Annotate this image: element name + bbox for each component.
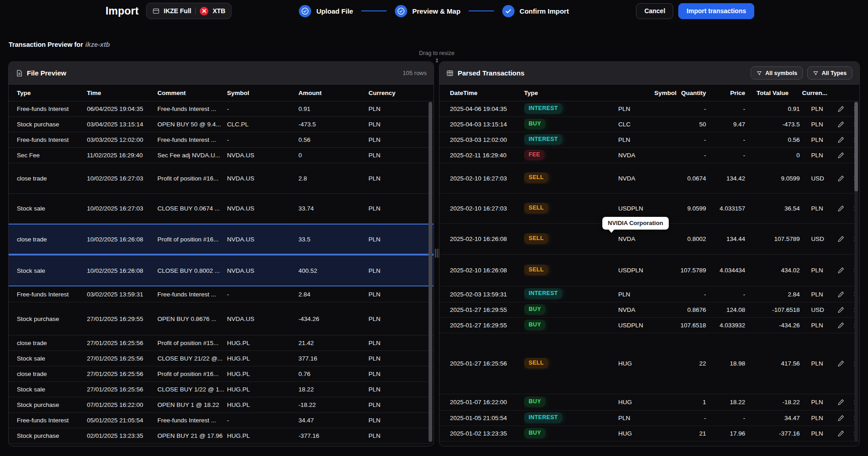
column-header: Quantity — [679, 90, 708, 96]
pencil-icon — [838, 205, 844, 212]
cell-amount: 18.22 — [298, 386, 368, 393]
cell-type: Stock purchase — [17, 121, 87, 128]
type-badge: BUY — [524, 320, 545, 330]
parsed-row[interactable]: 2025-04-03 13:15:14 BUY CLC 50 9.47 -473… — [439, 117, 859, 132]
edit-row-button[interactable] — [838, 267, 844, 274]
parsed-row[interactable]: 2025-01-05 21:05:54 INTEREST PLN - - 34.… — [439, 411, 859, 426]
edit-row-button[interactable] — [838, 360, 844, 367]
cell-type: Stock sale — [17, 205, 87, 212]
cell-symbol: HUG.PL — [227, 355, 298, 362]
file-row[interactable]: Sec Fee 11/02/2025 16:29:40 Sec Fee adj … — [9, 148, 434, 163]
file-row[interactable]: Stock purchase 02/01/2025 13:23:35 OPEN … — [9, 428, 434, 444]
column-header: Currency — [368, 90, 434, 96]
stepper-step[interactable]: Upload File — [299, 5, 395, 17]
edit-row-button[interactable] — [838, 291, 844, 298]
stepper-step[interactable]: Preview & Map — [395, 5, 502, 17]
cell-type: Stock purchase — [17, 432, 87, 439]
file-row[interactable]: Free-funds Interest 05/01/2025 21:05:54 … — [9, 413, 434, 428]
parsed-row[interactable]: 2025-01-27 16:29:55 BUY NVDA 0.8676 124.… — [439, 302, 859, 318]
parsed-row[interactable]: 2025-04-06 19:04:35 INTEREST PLN - - 0.9… — [439, 101, 859, 117]
pencil-icon — [838, 322, 844, 329]
cell-quantity: - — [679, 136, 708, 143]
cell-symbol: NVDA.US — [227, 175, 298, 182]
cell-symbol: NVDA — [618, 152, 679, 159]
cell-amount: -473.5 — [298, 121, 368, 128]
edit-row-button[interactable] — [838, 105, 844, 112]
edit-row-button[interactable] — [838, 121, 844, 128]
cell-comment: CLOSE BUY 1/22 @ 1... — [157, 386, 227, 393]
cell-currency: PLN — [802, 399, 834, 406]
parsed-row[interactable]: 2025-01-02 13:23:35 BUY HUG 21 17.96 -37… — [439, 426, 859, 441]
parsed-row[interactable]: 2025-02-03 13:59:31 INTEREST PLN - - 2.8… — [439, 286, 859, 302]
cell-datetime: 2025-02-03 13:59:31 — [450, 291, 524, 298]
type-badge: INTEREST — [524, 412, 562, 423]
parsed-scrollbar-thumb[interactable] — [854, 102, 858, 191]
stepper-step[interactable]: Confirm Import — [502, 5, 569, 17]
cell-symbol: NVDA.US — [227, 152, 298, 159]
file-row[interactable]: close trade 10/02/2025 16:26:08 Profit o… — [9, 224, 434, 255]
cell-type: close trade — [17, 236, 87, 243]
import-transactions-button[interactable]: Import transactions — [678, 3, 754, 19]
file-row[interactable]: Stock purchase 07/01/2025 16:22:00 OPEN … — [9, 397, 434, 413]
cell-currency: PLN — [802, 205, 834, 212]
parsed-row[interactable]: 2025-02-10 16:27:03 SELL NVDA 0.0674 134… — [439, 163, 859, 194]
edit-row-button[interactable] — [838, 322, 844, 329]
file-row[interactable]: close trade 27/01/2025 16:25:56 Profit o… — [9, 336, 434, 351]
file-row[interactable]: close trade 10/02/2025 16:27:03 Profit o… — [9, 163, 434, 194]
cell-type: Free-funds Interest — [17, 136, 87, 143]
filter-all-symbols-button[interactable]: All symbols — [751, 66, 803, 80]
parsed-row[interactable]: 2025-03-03 12:02:00 INTEREST PLN - - 0.5… — [439, 132, 859, 148]
cell-time: 11/02/2025 16:29:40 — [87, 152, 157, 159]
file-preview-title: File Preview — [27, 69, 66, 77]
parsed-row[interactable]: 2025-02-11 16:29:40 FEE NVDA - - 0 PLN ✕ — [439, 148, 859, 163]
edit-row-button[interactable] — [838, 175, 844, 182]
cell-comment: Profit of position #16... — [157, 371, 227, 377]
file-row[interactable]: Stock purchase 27/01/2025 16:29:55 OPEN … — [9, 302, 434, 336]
panel-resize-divider[interactable] — [434, 61, 439, 446]
edit-row-button[interactable] — [838, 205, 844, 212]
cell-symbol: CLC — [618, 121, 679, 128]
file-row[interactable]: Stock sale 10/02/2025 16:27:03 CLOSE BUY… — [9, 194, 434, 224]
cell-time: 27/01/2025 16:25:56 — [87, 340, 157, 346]
file-row[interactable]: Stock sale 27/01/2025 16:25:56 CLOSE BUY… — [9, 351, 434, 366]
parsed-row[interactable]: 2025-01-27 16:25:56 SELL HUG 22 18.98 41… — [439, 333, 859, 394]
edit-row-button[interactable] — [838, 415, 844, 421]
cell-time: 27/01/2025 16:29:55 — [87, 316, 157, 322]
cell-quantity: 0.0674 — [679, 175, 708, 182]
cell-datetime: 2025-01-02 13:23:35 — [450, 430, 524, 437]
cancel-button[interactable]: Cancel — [636, 3, 673, 19]
cell-type: Stock purchase — [17, 316, 87, 322]
file-row[interactable]: Stock sale 27/01/2025 16:25:56 CLOSE BUY… — [9, 382, 434, 397]
file-row[interactable]: Free-funds Interest 03/02/2025 13:59:31 … — [9, 286, 434, 302]
file-row[interactable]: Stock sale 10/02/2025 16:26:08 CLOSE BUY… — [9, 255, 434, 286]
parsed-row[interactable]: 2025-01-27 16:29:55 BUY USDPLN 107.6518 … — [439, 318, 859, 333]
top-bar: Import IKZE Full ✕ XTB Upload File — [0, 0, 868, 22]
cell-comment: OPEN BUY 0.8676 ... — [157, 316, 227, 322]
cell-type: Stock sale — [17, 355, 87, 362]
edit-row-button[interactable] — [838, 306, 844, 313]
account-badge[interactable]: IKZE Full ✕ XTB — [146, 3, 232, 19]
file-row[interactable]: Free-funds Interest 06/04/2025 19:04:35 … — [9, 101, 434, 117]
parsed-row[interactable]: 2025-01-07 16:22:00 BUY HUG 1 18.22 -18.… — [439, 394, 859, 411]
step-label: Confirm Import — [520, 7, 569, 15]
filter-all-types-button[interactable]: All Types — [807, 66, 853, 80]
cell-total-value: 0.91 — [747, 105, 802, 112]
file-row[interactable]: close trade 27/01/2025 16:25:56 Profit o… — [9, 366, 434, 382]
cell-symbol: NVDA — [618, 236, 679, 242]
file-preview-scrollbar[interactable] — [429, 102, 432, 442]
edit-row-button[interactable] — [838, 136, 844, 143]
edit-row-button[interactable] — [838, 399, 844, 406]
cell-symbol: CLC.PL — [227, 121, 298, 128]
cell-quantity: 107.6518 — [679, 322, 708, 329]
edit-row-button[interactable] — [838, 236, 844, 242]
file-row[interactable]: Stock purchase 03/04/2025 13:15:14 OPEN … — [9, 117, 434, 132]
edit-row-button[interactable] — [838, 430, 844, 437]
cell-price: - — [708, 152, 747, 159]
cell-time: 10/02/2025 16:26:08 — [87, 236, 157, 243]
cell-type: Stock sale — [17, 386, 87, 393]
type-badge: INTEREST — [524, 134, 562, 145]
parsed-scrollbar-track[interactable] — [854, 102, 858, 442]
edit-row-button[interactable] — [838, 152, 844, 159]
file-row[interactable]: Free-funds Interest 03/03/2025 12:02:00 … — [9, 132, 434, 148]
parsed-row[interactable]: 2025-02-10 16:26:08 SELL USDPLN 107.5789… — [439, 255, 859, 286]
